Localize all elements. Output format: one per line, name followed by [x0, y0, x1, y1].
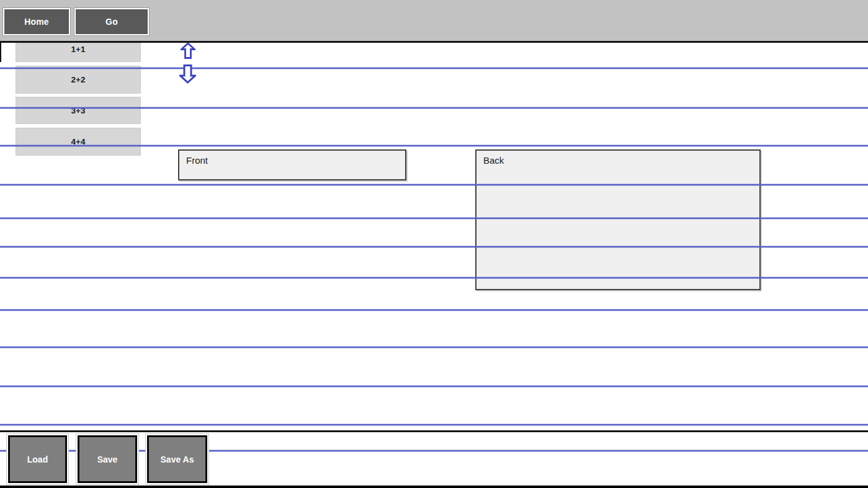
- down-arrow-icon: [179, 64, 196, 84]
- go-button-label: Go: [105, 17, 118, 27]
- card-list-item-1+1[interactable]: 1+1: [16, 43, 141, 62]
- ruled-line: [0, 424, 868, 425]
- ruled-line: [0, 218, 868, 219]
- ruled-line: [0, 184, 868, 185]
- home-button[interactable]: Home: [3, 8, 70, 35]
- top-toolbar: Home Go: [0, 0, 868, 43]
- card-list-item-label: 2+2: [71, 75, 86, 84]
- ruled-line: [0, 145, 868, 146]
- card-list-item-label: 1+1: [71, 45, 86, 54]
- back-input[interactable]: Back: [475, 149, 761, 290]
- move-up-button[interactable]: [181, 42, 195, 59]
- save-button-label: Save: [97, 455, 118, 464]
- list-left-border: [0, 43, 1, 62]
- save-as-button[interactable]: Save As: [147, 435, 207, 483]
- go-button[interactable]: Go: [74, 8, 149, 35]
- load-button[interactable]: Load: [8, 435, 67, 483]
- home-button-label: Home: [24, 17, 49, 27]
- ruled-line: [0, 347, 868, 348]
- card-list-item-4+4[interactable]: 4+4: [16, 128, 141, 156]
- front-input[interactable]: Front: [178, 149, 406, 180]
- front-input-text: Front: [186, 155, 208, 166]
- window-bottom-border: [0, 486, 868, 488]
- card-list-item-2+2[interactable]: 2+2: [16, 66, 141, 94]
- card-list-item-3+3[interactable]: 3+3: [16, 97, 141, 124]
- load-button-label: Load: [27, 455, 48, 464]
- back-input-text: Back: [483, 155, 504, 166]
- ruled-line: [0, 246, 868, 247]
- ruled-line: [0, 107, 868, 109]
- up-arrow-icon: [181, 42, 195, 59]
- ruled-line: [0, 68, 868, 69]
- flashcard-app-window: Home Go 1+1 2+2 3+3 4+4 Front Back Load: [0, 0, 868, 488]
- ruled-line: [0, 386, 868, 387]
- bottom-bar-separator: [0, 430, 868, 432]
- ruled-line: [0, 309, 868, 311]
- move-down-button[interactable]: [179, 64, 196, 84]
- save-button[interactable]: Save: [78, 435, 137, 483]
- ruled-line: [0, 277, 868, 278]
- save-as-button-label: Save As: [161, 455, 194, 464]
